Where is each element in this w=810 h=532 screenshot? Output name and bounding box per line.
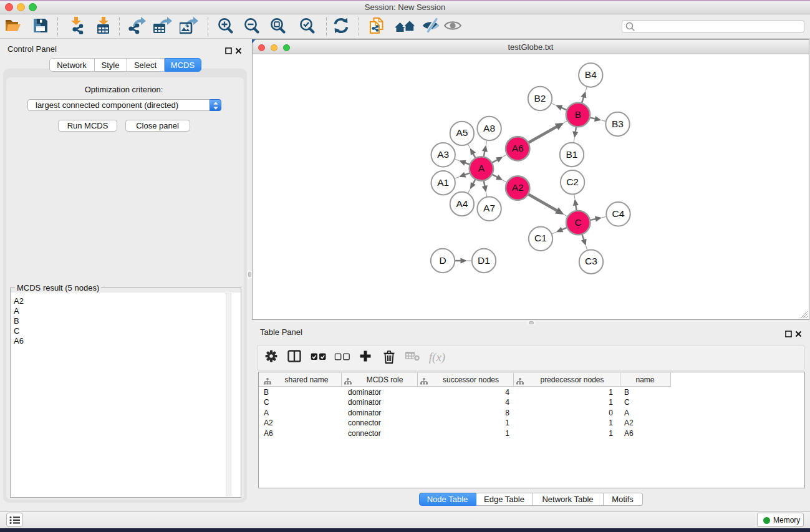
svg-text:B4: B4 <box>585 69 597 80</box>
svg-text:B: B <box>575 109 581 120</box>
svg-text:B3: B3 <box>612 118 624 129</box>
svg-text:C1: C1 <box>534 233 547 243</box>
svg-text:A4: A4 <box>456 198 468 209</box>
svg-text:C2: C2 <box>566 177 579 187</box>
svg-text:C3: C3 <box>585 256 597 266</box>
svg-text:D1: D1 <box>478 255 490 266</box>
svg-text:A5: A5 <box>456 127 468 138</box>
svg-text:A: A <box>478 163 485 173</box>
svg-text:A6: A6 <box>512 143 524 153</box>
svg-text:A7: A7 <box>483 203 495 213</box>
svg-text:D: D <box>439 255 446 266</box>
svg-text:A1: A1 <box>437 177 449 188</box>
svg-text:A2: A2 <box>512 182 524 193</box>
svg-text:B1: B1 <box>566 149 578 160</box>
svg-text:C: C <box>575 217 582 228</box>
svg-text:C4: C4 <box>612 208 625 219</box>
svg-text:B2: B2 <box>534 93 546 104</box>
svg-text:A3: A3 <box>437 149 449 160</box>
svg-text:A8: A8 <box>483 123 495 133</box>
